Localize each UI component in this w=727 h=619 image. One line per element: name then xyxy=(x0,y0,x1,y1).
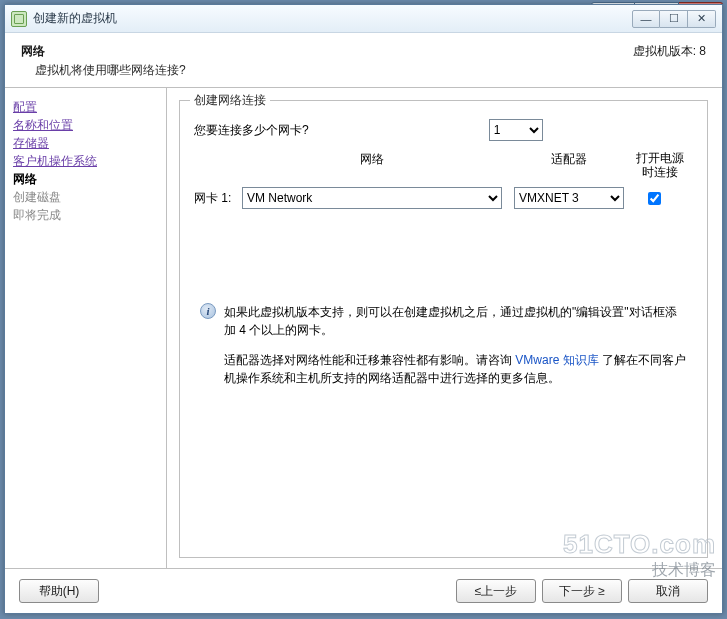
back-button[interactable]: ≤上一步 xyxy=(456,579,536,603)
wizard-panel: 创建网络连接 您要连接多少个网卡? 1 网络 适配器 打开电源时连接 xyxy=(167,88,722,568)
info-text-2: 适配器选择对网络性能和迁移兼容性都有影响。请咨询 VMware 知识库 了解在不… xyxy=(224,351,687,387)
dialog-title: 创建新的虚拟机 xyxy=(33,10,117,27)
step-guest-os[interactable]: 客户机操作系统 xyxy=(13,152,158,170)
vm-icon xyxy=(11,11,27,27)
nic-count-label: 您要连接多少个网卡? xyxy=(194,122,309,139)
info-text-1: 如果此虚拟机版本支持，则可以在创建虚拟机之后，通过虚拟机的"编辑设置"对话框添加… xyxy=(224,303,687,339)
wizard-dialog: 创建新的虚拟机 — ☐ ✕ 网络 虚拟机将使用哪些网络连接? 虚拟机版本: 8 … xyxy=(4,4,723,614)
kb-link[interactable]: VMware 知识库 xyxy=(515,353,598,367)
nic1-connect-checkbox[interactable] xyxy=(648,192,661,205)
page-title: 网络 xyxy=(21,43,186,60)
step-storage[interactable]: 存储器 xyxy=(13,134,158,152)
nic-count-select[interactable]: 1 xyxy=(489,119,543,141)
network-groupbox: 创建网络连接 您要连接多少个网卡? 1 网络 适配器 打开电源时连接 xyxy=(179,100,708,558)
nic1-label: 网卡 1: xyxy=(194,190,242,207)
step-ready: 即将完成 xyxy=(13,206,158,224)
vm-version-label: 虚拟机版本: 8 xyxy=(633,43,706,60)
step-create-disk: 创建磁盘 xyxy=(13,188,158,206)
info-icon xyxy=(200,303,216,319)
column-adapter: 适配器 xyxy=(514,151,624,179)
titlebar: 创建新的虚拟机 — ☐ ✕ xyxy=(5,5,722,33)
step-name-location[interactable]: 名称和位置 xyxy=(13,116,158,134)
cancel-button[interactable]: 取消 xyxy=(628,579,708,603)
nic1-network-select[interactable]: VM Network xyxy=(242,187,502,209)
page-subtitle: 虚拟机将使用哪些网络连接? xyxy=(21,62,186,79)
minimize-button[interactable]: — xyxy=(632,10,660,28)
wizard-footer: 帮助(H) ≤上一步 下一步 ≥ 取消 xyxy=(5,568,722,613)
nic1-adapter-select[interactable]: VMXNET 3 xyxy=(514,187,624,209)
next-button[interactable]: 下一步 ≥ xyxy=(542,579,622,603)
column-connect-power: 打开电源时连接 xyxy=(632,151,688,179)
step-config[interactable]: 配置 xyxy=(13,98,158,116)
close-button[interactable]: ✕ xyxy=(688,10,716,28)
help-button[interactable]: 帮助(H) xyxy=(19,579,99,603)
wizard-header: 网络 虚拟机将使用哪些网络连接? 虚拟机版本: 8 xyxy=(5,33,722,88)
step-network: 网络 xyxy=(13,170,158,188)
window-controls: — ☐ ✕ xyxy=(632,10,716,28)
wizard-steps: 配置 名称和位置 存储器 客户机操作系统 网络 创建磁盘 即将完成 xyxy=(5,88,167,568)
maximize-button[interactable]: ☐ xyxy=(660,10,688,28)
column-network: 网络 xyxy=(242,151,502,179)
groupbox-legend: 创建网络连接 xyxy=(190,92,270,109)
